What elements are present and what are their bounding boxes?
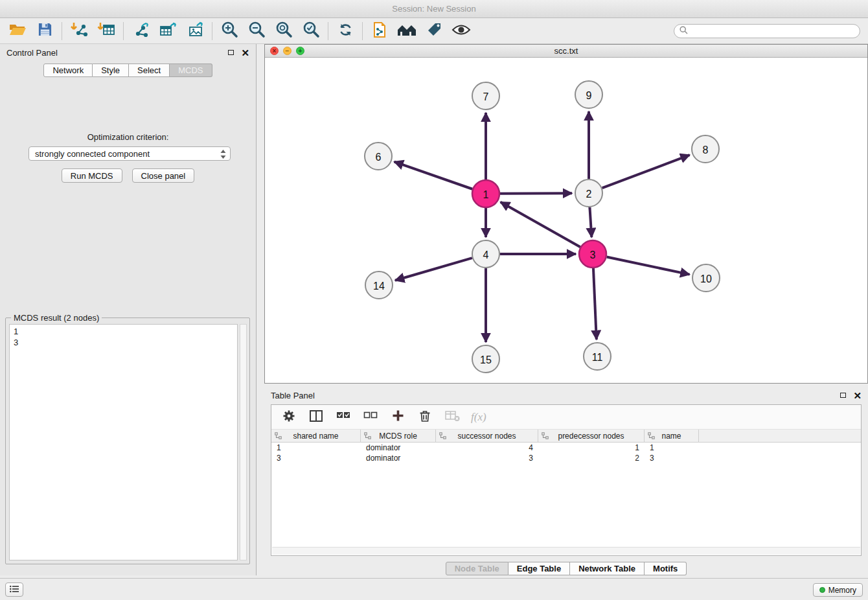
zoom-in-button[interactable]: [216, 20, 243, 42]
toolbar-separator: [123, 22, 124, 40]
node-label: 9: [586, 90, 592, 101]
zoom-fit-button[interactable]: [270, 20, 297, 42]
network-node-11[interactable]: 11: [584, 343, 611, 370]
cell-predecessor-nodes[interactable]: 1: [538, 443, 645, 452]
show-columns-button[interactable]: [308, 409, 325, 426]
export-image-icon: [186, 21, 204, 41]
network-node-4[interactable]: 4: [472, 240, 499, 268]
horizontal-scrollbar[interactable]: [272, 547, 860, 555]
table-tab-node-table[interactable]: Node Table: [446, 562, 508, 575]
cell-name[interactable]: 1: [645, 443, 699, 452]
network-node-14[interactable]: 14: [365, 271, 393, 299]
import-network-button[interactable]: [65, 20, 93, 42]
cell-name[interactable]: 3: [645, 454, 699, 463]
open-session-button[interactable]: [4, 20, 31, 42]
table-row-1[interactable]: 1dominator411: [271, 443, 861, 453]
run-mcds-button[interactable]: Run MCDS: [62, 168, 122, 183]
control-panel-tab-mcds[interactable]: MCDS: [170, 63, 212, 77]
zoom-window-icon[interactable]: +: [296, 47, 304, 55]
cell-MCDS-role[interactable]: dominator: [361, 454, 436, 463]
cell-successor-nodes[interactable]: 4: [436, 443, 538, 452]
network-node-7[interactable]: 7: [472, 82, 499, 110]
cell-MCDS-role[interactable]: dominator: [361, 443, 436, 452]
result-scrollbar[interactable]: [240, 324, 247, 560]
export-image-button[interactable]: [181, 20, 209, 42]
close-panel-icon[interactable]: ✕: [241, 48, 249, 58]
close-panel-icon[interactable]: ✕: [853, 391, 862, 400]
unselect-all-button[interactable]: [362, 409, 379, 426]
network-node-10[interactable]: 10: [692, 264, 720, 292]
network-edge-3-11[interactable]: [593, 268, 597, 340]
network-edge-4-14[interactable]: [395, 258, 472, 281]
table-panel-header: Table Panel ✕: [264, 387, 868, 404]
search-input[interactable]: [692, 26, 854, 37]
column-header-MCDS-role[interactable]: MCDS role: [361, 430, 436, 442]
network-edge-3-10[interactable]: [607, 257, 690, 275]
network-edge-2-8[interactable]: [602, 155, 690, 188]
cell-successor-nodes[interactable]: 3: [436, 454, 538, 463]
node-label: 15: [480, 354, 492, 365]
memory-button[interactable]: Memory: [813, 583, 863, 597]
float-panel-icon[interactable]: [840, 393, 846, 398]
column-header-successor-nodes[interactable]: successor nodes: [436, 430, 538, 442]
float-panel-icon[interactable]: [228, 50, 234, 55]
zoom-in-icon: [221, 21, 238, 41]
network-node-3[interactable]: 3: [579, 240, 606, 268]
refresh-view-button[interactable]: [332, 20, 359, 42]
export-table-button[interactable]: [154, 20, 181, 42]
function-builder-button[interactable]: f(x): [471, 409, 486, 426]
table-tabs: Node TableEdge TableNetwork TableMotifs: [264, 562, 868, 575]
criterion-dropdown[interactable]: strongly connected component: [29, 146, 231, 161]
column-type-icon: [275, 432, 282, 439]
close-panel-button[interactable]: Close panel: [132, 168, 195, 183]
zoom-selected-button[interactable]: [297, 20, 325, 42]
refresh-icon: [337, 22, 354, 40]
cell-shared-name[interactable]: 3: [271, 454, 361, 463]
optimization-criterion-label: Optimization criterion:: [0, 132, 256, 142]
node-label: 10: [700, 273, 712, 284]
show-details-button[interactable]: [448, 20, 475, 42]
network-node-15[interactable]: 15: [472, 345, 499, 373]
control-panel-tab-network[interactable]: Network: [43, 63, 93, 77]
table-row-2[interactable]: 3dominator323: [271, 453, 861, 463]
table-tab-edge-table[interactable]: Edge Table: [508, 562, 570, 575]
window-titlebar[interactable]: Session: New Session: [0, 0, 868, 18]
add-column-button[interactable]: [389, 409, 406, 426]
column-header-name[interactable]: name: [645, 430, 699, 442]
network-node-2[interactable]: 2: [575, 179, 602, 207]
task-history-button[interactable]: [5, 583, 23, 597]
column-header-shared-name[interactable]: shared name: [271, 430, 361, 442]
network-edge-2-3[interactable]: [589, 207, 591, 237]
network-edge-1-2[interactable]: [500, 193, 572, 194]
network-node-9[interactable]: 9: [575, 81, 602, 108]
node-label: 11: [592, 352, 603, 363]
network-edge-1-6[interactable]: [394, 162, 473, 189]
network-node-8[interactable]: 8: [692, 135, 719, 163]
close-window-icon[interactable]: ×: [270, 47, 279, 55]
control-panel-tab-select[interactable]: Select: [129, 63, 170, 77]
import-table-button[interactable]: [93, 20, 120, 42]
save-session-button[interactable]: [31, 20, 58, 42]
network-canvas[interactable]: 7968124314101511: [265, 58, 867, 383]
network-edge-3-1[interactable]: [501, 202, 580, 247]
network-node-6[interactable]: 6: [365, 143, 392, 170]
home-button[interactable]: [393, 20, 420, 42]
cell-predecessor-nodes[interactable]: 2: [538, 454, 645, 463]
control-panel-tab-style[interactable]: Style: [93, 63, 129, 77]
table-tab-network-table[interactable]: Network Table: [570, 562, 645, 575]
table-settings-button[interactable]: [280, 409, 297, 426]
cell-shared-name[interactable]: 1: [271, 443, 361, 452]
select-all-button[interactable]: [335, 409, 352, 426]
minimize-window-icon[interactable]: −: [283, 47, 291, 55]
export-network-button[interactable]: [127, 20, 154, 42]
table-tab-motifs[interactable]: Motifs: [645, 562, 687, 575]
network-document-button[interactable]: [366, 20, 393, 42]
network-window-titlebar[interactable]: × − + scc.txt: [265, 45, 867, 58]
style-tag-button[interactable]: [420, 20, 448, 42]
column-header-predecessor-nodes[interactable]: predecessor nodes: [538, 430, 645, 442]
delete-table-button[interactable]: [444, 409, 461, 426]
search-box[interactable]: [674, 24, 860, 38]
network-node-1[interactable]: 1: [472, 180, 499, 207]
delete-column-button[interactable]: [417, 409, 433, 426]
zoom-out-button[interactable]: [243, 20, 270, 42]
